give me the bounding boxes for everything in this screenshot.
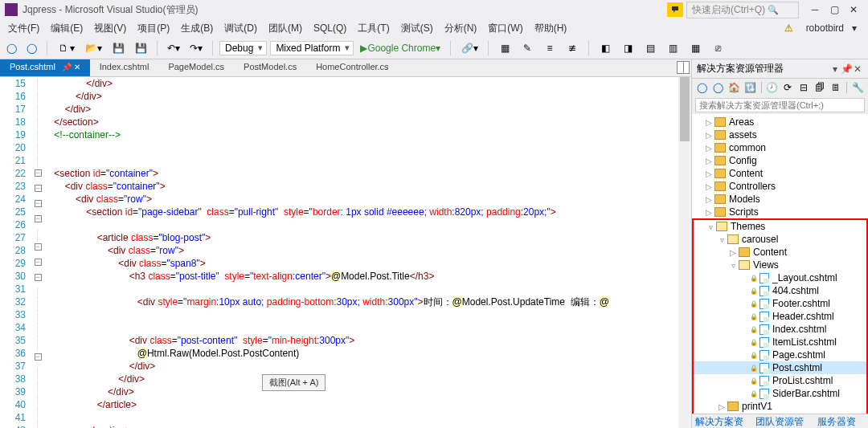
tree-twisty[interactable]: ▷ (727, 248, 739, 257)
split-editor-icon[interactable] (677, 61, 690, 74)
solution-home-button[interactable]: 🏠 (727, 80, 742, 95)
start-debug-button[interactable]: ▶ Google Chrome ▾ (357, 41, 444, 55)
tree-twisty[interactable]: ▿ (716, 235, 727, 244)
tb-comment-button[interactable]: ≡ (540, 40, 559, 56)
editor-tab[interactable]: HomeController.cs (306, 59, 398, 76)
tree-twisty[interactable]: ▷ (703, 118, 714, 127)
maximize-button[interactable]: ▢ (825, 4, 844, 15)
tree-node[interactable]: 🔒ItemList.cshtml (694, 336, 866, 349)
menu-help[interactable]: 帮助(H) (530, 22, 572, 35)
redo-button[interactable]: ↷▾ (186, 41, 206, 55)
save-all-button[interactable]: 💾 (131, 40, 150, 56)
menu-sql[interactable]: SQL(Q) (309, 22, 351, 34)
tb-btn-6[interactable]: ◨ (618, 40, 637, 56)
code-editor[interactable]: </div> </div> </div> </section> <!--cont… (43, 77, 691, 428)
menu-team[interactable]: 团队(M) (264, 22, 307, 35)
solution-refresh-button[interactable]: ⟳ (781, 80, 796, 95)
tree-node[interactable]: 🔒Index.cshtml (694, 323, 866, 336)
tree-node[interactable]: 🔒Page.cshtml (694, 349, 866, 361)
platform-selector[interactable]: Mixed Platform (270, 41, 354, 55)
tree-node[interactable]: ▿Themes (694, 220, 866, 233)
tree-twisty[interactable]: ▷ (703, 169, 714, 178)
open-file-button[interactable]: 📂▾ (81, 40, 105, 56)
browser-link-button[interactable]: 🔗▾ (457, 40, 481, 56)
menu-project[interactable]: 项目(P) (133, 22, 174, 35)
tree-node[interactable]: 🔒404.cshtml (694, 284, 866, 297)
tree-node[interactable]: 🔒_Layout.cshtml (694, 271, 866, 284)
tb-uncomment-button[interactable]: ≢ (563, 40, 582, 56)
editor-tab[interactable]: PostModel.cs (234, 59, 306, 76)
panel-close-button[interactable]: ✕ (852, 63, 863, 75)
tree-twisty[interactable]: ▷ (703, 157, 714, 165)
tree-node[interactable]: ▷Controllers (692, 180, 868, 193)
tree-node[interactable]: 🔒SiderBar.cshtml (694, 387, 866, 400)
tree-twisty[interactable]: ▷ (703, 208, 714, 217)
panel-dropdown-button[interactable]: ▾ (829, 63, 841, 75)
editor-tab[interactable]: PageModel.cs (158, 59, 234, 76)
solution-back-button[interactable]: ◯ (695, 80, 710, 95)
menu-window[interactable]: 窗口(W) (483, 22, 527, 35)
tree-node[interactable]: ▷Content (694, 246, 866, 259)
panel-pin-button[interactable]: 📌 (841, 63, 852, 75)
tree-node[interactable]: ▷assets (692, 128, 868, 141)
menu-debug[interactable]: 调试(D) (219, 22, 262, 35)
solution-footer-tabs[interactable]: 解决方案资源... 团队资源管理器 服务器资源器 (692, 414, 868, 428)
tb-btn-8[interactable]: ▥ (663, 40, 682, 56)
save-button[interactable]: 💾 (108, 40, 128, 56)
solution-properties-button[interactable]: 🗏 (829, 80, 843, 95)
solution-pending-button[interactable]: 🕗 (765, 80, 780, 95)
notification-flag-icon[interactable] (667, 2, 683, 17)
tree-node[interactable]: 🔒ProList.cshtml (694, 374, 866, 387)
tree-node[interactable]: ▷common (692, 141, 868, 154)
tree-node[interactable]: ▿carousel (694, 233, 866, 246)
tree-node[interactable]: 🔒Header.cshtml (694, 310, 866, 323)
new-project-button[interactable]: 🗋▾ (54, 40, 78, 56)
menu-build[interactable]: 生成(B) (176, 22, 218, 35)
tree-twisty[interactable]: ▿ (727, 261, 739, 270)
tree-node[interactable]: ▿Views (694, 259, 866, 271)
menu-test[interactable]: 测试(S) (396, 22, 438, 35)
tree-node[interactable]: ▷Config (692, 154, 868, 167)
tree-node[interactable]: 🔒Post.cshtml (694, 361, 866, 374)
tb-btn-7[interactable]: ▤ (641, 40, 660, 56)
menu-edit[interactable]: 编辑(E) (46, 22, 88, 35)
config-selector[interactable]: Debug (219, 41, 267, 55)
menu-tools[interactable]: 工具(T) (353, 22, 394, 35)
folding-gutter[interactable]: │││││││−−−−│−−−│││││−││││││││││││ (32, 77, 43, 428)
tree-twisty[interactable]: ▷ (703, 182, 714, 191)
nav-back-button[interactable]: ◯ (3, 41, 20, 55)
menu-file[interactable]: 文件(F) (3, 22, 44, 35)
solution-forward-button[interactable]: ◯ (711, 80, 726, 95)
close-button[interactable]: ✕ (844, 4, 863, 15)
editor-scrollbar[interactable] (678, 77, 691, 428)
user-account[interactable]: ⚠robotbird ▾ (780, 22, 865, 34)
solution-showall-button[interactable]: 🗐 (813, 80, 827, 95)
tree-node[interactable]: ▷Content (692, 167, 868, 180)
tb-btn-1[interactable]: ▦ (495, 40, 514, 56)
tb-btn-10[interactable]: ⎚ (708, 40, 727, 56)
editor-tab[interactable]: Index.cshtml (90, 59, 159, 76)
tree-node[interactable]: ▷Scripts (692, 206, 868, 218)
editor-tab[interactable]: Post.cshtml📌 ✕ (0, 59, 90, 76)
tree-twisty[interactable]: ▷ (703, 144, 714, 153)
tree-twisty[interactable]: ▿ (705, 222, 716, 231)
tb-btn-2[interactable]: ✎ (518, 40, 537, 56)
quick-launch-input[interactable]: 快速启动(Ctrl+Q) 🔍 (686, 2, 799, 18)
solution-wrench-button[interactable]: 🔧 (850, 80, 865, 95)
tb-btn-9[interactable]: ▦ (686, 40, 705, 56)
solution-collapse-button[interactable]: ⊟ (796, 80, 811, 95)
menu-analyze[interactable]: 分析(N) (440, 22, 482, 35)
minimize-button[interactable]: ─ (805, 4, 825, 15)
solution-search-input[interactable] (695, 98, 865, 112)
tb-btn-5[interactable]: ◧ (596, 40, 615, 56)
nav-forward-button[interactable]: ◯ (23, 41, 40, 55)
undo-button[interactable]: ↶▾ (164, 41, 183, 55)
tree-node[interactable]: 🔒Footer.cshtml (694, 297, 866, 310)
solution-tree[interactable]: ▷Areas▷assets▷common▷Config▷Content▷Cont… (692, 114, 868, 414)
tree-twisty[interactable]: ▷ (703, 195, 714, 204)
tree-twisty[interactable]: ▷ (716, 402, 727, 411)
tree-twisty[interactable]: ▷ (703, 131, 714, 140)
tree-node[interactable]: ▷printV1 (694, 400, 866, 413)
tree-node[interactable]: ▷Areas (692, 116, 868, 128)
solution-sync-button[interactable]: 🔃 (743, 80, 758, 95)
